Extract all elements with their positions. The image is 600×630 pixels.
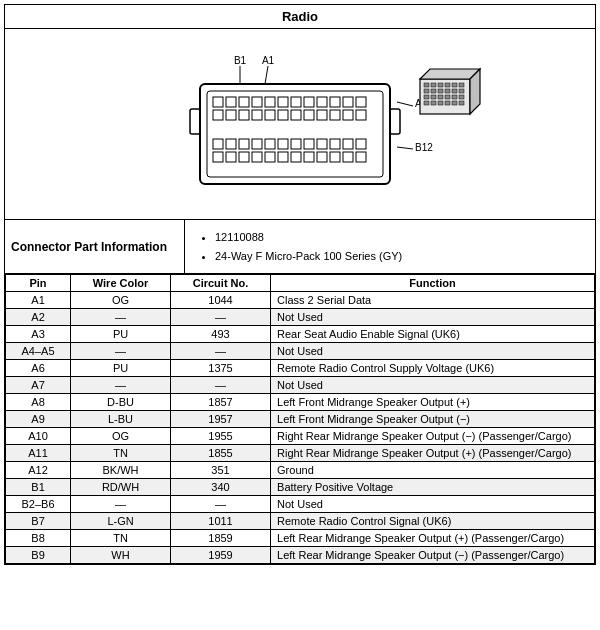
svg-rect-21 bbox=[252, 110, 262, 120]
table-cell: B1 bbox=[6, 479, 71, 496]
svg-rect-85 bbox=[452, 101, 457, 105]
svg-rect-50 bbox=[317, 152, 327, 162]
table-row: A10OG1955Right Rear Midrange Speaker Out… bbox=[6, 428, 595, 445]
connector-info-item: 24-Way F Micro-Pack 100 Series (GY) bbox=[215, 247, 402, 266]
table-cell: 1011 bbox=[170, 513, 270, 530]
svg-rect-23 bbox=[278, 110, 288, 120]
connector-info-list: 1211008824-Way F Micro-Pack 100 Series (… bbox=[199, 228, 402, 265]
pin-table: PinWire ColorCircuit No.Function A1OG104… bbox=[5, 274, 595, 564]
svg-text:B1: B1 bbox=[234, 55, 247, 66]
table-cell: Left Rear Midrange Speaker Output (+) (P… bbox=[271, 530, 595, 547]
table-cell: Not Used bbox=[271, 496, 595, 513]
svg-rect-8 bbox=[239, 97, 249, 107]
svg-rect-36 bbox=[291, 139, 301, 149]
svg-rect-82 bbox=[431, 101, 436, 105]
table-cell: A2 bbox=[6, 309, 71, 326]
svg-rect-69 bbox=[424, 89, 429, 93]
table-cell: 1857 bbox=[170, 394, 270, 411]
svg-rect-39 bbox=[330, 139, 340, 149]
table-cell: — bbox=[71, 496, 171, 513]
table-row: A12BK/WH351Ground bbox=[6, 462, 595, 479]
table-cell: 1859 bbox=[170, 530, 270, 547]
svg-rect-80 bbox=[459, 95, 464, 99]
table-cell: WH bbox=[71, 547, 171, 564]
table-cell: — bbox=[170, 343, 270, 360]
svg-rect-51 bbox=[330, 152, 340, 162]
table-cell: Right Rear Midrange Speaker Output (−) (… bbox=[271, 428, 595, 445]
table-cell: — bbox=[170, 377, 270, 394]
svg-rect-71 bbox=[438, 89, 443, 93]
table-cell: A6 bbox=[6, 360, 71, 377]
table-row: B1RD/WH340Battery Positive Voltage bbox=[6, 479, 595, 496]
table-cell: TN bbox=[71, 445, 171, 462]
pin-row-middle bbox=[213, 110, 366, 120]
table-cell: Class 2 Serial Data bbox=[271, 292, 595, 309]
table-cell: A8 bbox=[6, 394, 71, 411]
table-row: B2–B6——Not Used bbox=[6, 496, 595, 513]
svg-rect-78 bbox=[445, 95, 450, 99]
svg-rect-11 bbox=[278, 97, 288, 107]
table-body: A1OG1044Class 2 Serial DataA2——Not UsedA… bbox=[6, 292, 595, 564]
svg-rect-38 bbox=[317, 139, 327, 149]
svg-rect-25 bbox=[304, 110, 314, 120]
svg-rect-46 bbox=[265, 152, 275, 162]
table-cell: D-BU bbox=[71, 394, 171, 411]
table-cell: 493 bbox=[170, 326, 270, 343]
table-cell: 1855 bbox=[170, 445, 270, 462]
table-cell: A10 bbox=[6, 428, 71, 445]
table-row: A3PU493Rear Seat Audio Enable Signal (UK… bbox=[6, 326, 595, 343]
svg-rect-24 bbox=[291, 110, 301, 120]
table-cell: Not Used bbox=[271, 309, 595, 326]
svg-rect-49 bbox=[304, 152, 314, 162]
table-cell: Ground bbox=[271, 462, 595, 479]
svg-rect-34 bbox=[265, 139, 275, 149]
svg-rect-13 bbox=[304, 97, 314, 107]
table-cell: A4–A5 bbox=[6, 343, 71, 360]
table-row: A2——Not Used bbox=[6, 309, 595, 326]
table-cell: Left Rear Midrange Speaker Output (−) (P… bbox=[271, 547, 595, 564]
table-cell: — bbox=[170, 496, 270, 513]
table-cell: A11 bbox=[6, 445, 71, 462]
table-cell: Battery Positive Voltage bbox=[271, 479, 595, 496]
svg-rect-9 bbox=[252, 97, 262, 107]
svg-rect-26 bbox=[317, 110, 327, 120]
svg-rect-74 bbox=[459, 89, 464, 93]
svg-rect-16 bbox=[343, 97, 353, 107]
svg-rect-65 bbox=[438, 83, 443, 87]
svg-rect-37 bbox=[304, 139, 314, 149]
connector-diagram: B1 A1 bbox=[110, 39, 490, 209]
svg-rect-68 bbox=[459, 83, 464, 87]
table-cell: Remote Radio Control Supply Voltage (UK6… bbox=[271, 360, 595, 377]
svg-text:A1: A1 bbox=[262, 55, 275, 66]
svg-rect-84 bbox=[445, 101, 450, 105]
table-cell: 351 bbox=[170, 462, 270, 479]
svg-rect-5 bbox=[207, 91, 383, 177]
table-cell: 1375 bbox=[170, 360, 270, 377]
pin-row-bottom2 bbox=[213, 152, 366, 162]
table-cell: OG bbox=[71, 292, 171, 309]
table-cell: 1957 bbox=[170, 411, 270, 428]
table-header-row: PinWire ColorCircuit No.Function bbox=[6, 275, 595, 292]
svg-rect-75 bbox=[424, 95, 429, 99]
table-cell: Left Front Midrange Speaker Output (−) bbox=[271, 411, 595, 428]
table-cell: B7 bbox=[6, 513, 71, 530]
table-row: A8D-BU1857Left Front Midrange Speaker Ou… bbox=[6, 394, 595, 411]
table-row: A9L-BU1957Left Front Midrange Speaker Ou… bbox=[6, 411, 595, 428]
connector-info-label: Connector Part Information bbox=[5, 220, 185, 273]
table-cell: RD/WH bbox=[71, 479, 171, 496]
svg-rect-54 bbox=[190, 109, 200, 134]
svg-text:B12: B12 bbox=[415, 142, 433, 153]
svg-rect-43 bbox=[226, 152, 236, 162]
svg-rect-72 bbox=[445, 89, 450, 93]
table-cell: 1044 bbox=[170, 292, 270, 309]
table-cell: A1 bbox=[6, 292, 71, 309]
connector-info-content: 1211008824-Way F Micro-Pack 100 Series (… bbox=[185, 220, 416, 273]
table-row: B8TN1859Left Rear Midrange Speaker Outpu… bbox=[6, 530, 595, 547]
svg-rect-73 bbox=[452, 89, 457, 93]
svg-rect-83 bbox=[438, 101, 443, 105]
table-cell: — bbox=[71, 343, 171, 360]
svg-rect-52 bbox=[343, 152, 353, 162]
table-cell: Not Used bbox=[271, 377, 595, 394]
svg-rect-27 bbox=[330, 110, 340, 120]
svg-rect-18 bbox=[213, 110, 223, 120]
